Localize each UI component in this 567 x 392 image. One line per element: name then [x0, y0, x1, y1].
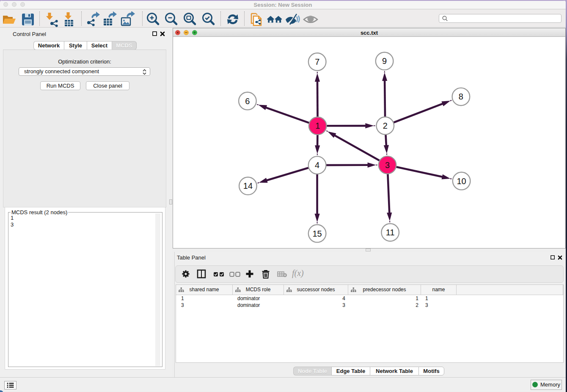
svg-text:14: 14	[243, 181, 253, 190]
svg-text:8: 8	[459, 92, 463, 101]
svg-text:15: 15	[312, 229, 322, 238]
svg-text:4: 4	[315, 160, 319, 170]
svg-text:3: 3	[385, 160, 390, 170]
svg-text:11: 11	[386, 228, 395, 237]
svg-text:6: 6	[245, 97, 250, 106]
svg-text:2: 2	[383, 121, 388, 130]
svg-text:9: 9	[382, 56, 387, 66]
svg-text:7: 7	[315, 57, 319, 66]
svg-text:1: 1	[315, 121, 320, 130]
svg-text:10: 10	[457, 177, 466, 186]
